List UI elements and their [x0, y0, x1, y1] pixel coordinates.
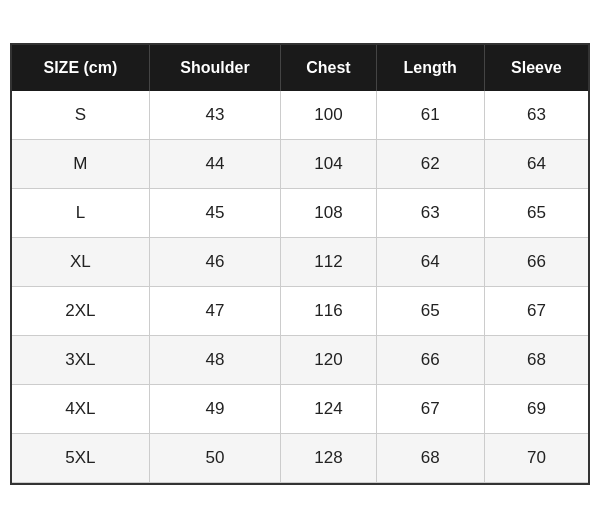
cell-col3: 61 — [376, 91, 484, 140]
header-shoulder: Shoulder — [149, 45, 281, 91]
cell-col2: 100 — [281, 91, 376, 140]
cell-col1: 43 — [149, 91, 281, 140]
cell-col1: 49 — [149, 385, 281, 434]
cell-col4: 63 — [484, 91, 588, 140]
table-row: 4XL491246769 — [12, 385, 588, 434]
size-label: 2XL — [12, 287, 149, 336]
size-label: S — [12, 91, 149, 140]
table-row: M441046264 — [12, 140, 588, 189]
size-label: 4XL — [12, 385, 149, 434]
cell-col3: 62 — [376, 140, 484, 189]
header-chest: Chest — [281, 45, 376, 91]
cell-col2: 124 — [281, 385, 376, 434]
cell-col2: 120 — [281, 336, 376, 385]
cell-col3: 63 — [376, 189, 484, 238]
size-label: M — [12, 140, 149, 189]
size-label: XL — [12, 238, 149, 287]
cell-col1: 44 — [149, 140, 281, 189]
header-sleeve: Sleeve — [484, 45, 588, 91]
cell-col4: 67 — [484, 287, 588, 336]
cell-col3: 67 — [376, 385, 484, 434]
cell-col2: 112 — [281, 238, 376, 287]
table-row: XL461126466 — [12, 238, 588, 287]
cell-col1: 50 — [149, 434, 281, 483]
cell-col3: 68 — [376, 434, 484, 483]
table-row: S431006163 — [12, 91, 588, 140]
cell-col4: 65 — [484, 189, 588, 238]
cell-col2: 128 — [281, 434, 376, 483]
table-row: 5XL501286870 — [12, 434, 588, 483]
size-chart-container: SIZE (cm)ShoulderChestLengthSleeve S4310… — [10, 43, 590, 485]
header-length: Length — [376, 45, 484, 91]
size-label: L — [12, 189, 149, 238]
size-label: 5XL — [12, 434, 149, 483]
cell-col2: 108 — [281, 189, 376, 238]
table-row: 3XL481206668 — [12, 336, 588, 385]
cell-col1: 48 — [149, 336, 281, 385]
cell-col3: 66 — [376, 336, 484, 385]
cell-col4: 69 — [484, 385, 588, 434]
header-size--cm-: SIZE (cm) — [12, 45, 149, 91]
cell-col1: 45 — [149, 189, 281, 238]
cell-col3: 65 — [376, 287, 484, 336]
cell-col1: 46 — [149, 238, 281, 287]
cell-col3: 64 — [376, 238, 484, 287]
cell-col2: 116 — [281, 287, 376, 336]
cell-col4: 68 — [484, 336, 588, 385]
cell-col4: 70 — [484, 434, 588, 483]
table-row: L451086365 — [12, 189, 588, 238]
cell-col2: 104 — [281, 140, 376, 189]
cell-col4: 66 — [484, 238, 588, 287]
cell-col4: 64 — [484, 140, 588, 189]
cell-col1: 47 — [149, 287, 281, 336]
table-body: S431006163M441046264L451086365XL46112646… — [12, 91, 588, 483]
table-row: 2XL471166567 — [12, 287, 588, 336]
size-chart-table: SIZE (cm)ShoulderChestLengthSleeve S4310… — [12, 45, 588, 483]
table-header-row: SIZE (cm)ShoulderChestLengthSleeve — [12, 45, 588, 91]
size-label: 3XL — [12, 336, 149, 385]
